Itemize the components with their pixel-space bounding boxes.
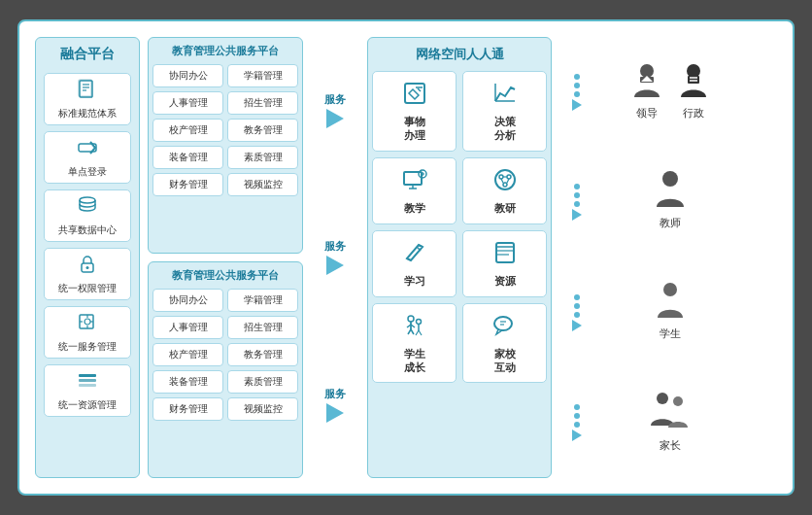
service-arrows: 服务 服务 服务 [311,37,359,478]
network-item-research: 教研 [462,157,547,224]
svg-point-43 [408,316,414,322]
mgmt-item: 校产管理 [152,119,223,142]
service-label-2: 服务 [324,239,346,254]
fusion-item-1: 标准规范体系 [44,73,131,125]
chart-icon [491,80,519,111]
pencil-icon [401,239,428,270]
fusion-title: 融合平台 [60,46,115,63]
svg-rect-60 [688,76,699,84]
user-column: 领导 行政 教师 学生 [602,37,738,478]
network-item-study-label: 学习 [404,274,425,289]
mgmt-box-top: 教育管理公共服务平台 协同办公 学籍管理 人事管理 招生管理 校产管理 教务管理… [148,37,303,254]
network-item-chart-label: 决策分析 [494,115,516,143]
fusion-item-1-label: 标准规范体系 [58,107,117,120]
network-item-resource: 资源 [462,230,547,297]
svg-line-52 [419,330,422,335]
mgmt-bottom-title: 教育管理公共服务平台 [172,268,279,283]
user-parent: 家长 [649,391,692,453]
fusion-item-3-label: 共享数据中心 [58,223,117,236]
svg-point-30 [499,175,503,179]
user-row-2: 教师 [653,170,688,230]
db-icon [77,195,98,222]
fusion-platform: 融合平台 标准规范体系 单点登录 共享数据中心 统一权限管 [35,37,140,478]
mgmt-item: 视频监控 [227,173,298,196]
mgmt-item: 素质管理 [227,146,298,169]
mgmt-item: 教务管理 [227,119,298,142]
dotted-arrow-1 [572,74,582,111]
student-label: 学生 [660,326,681,341]
svg-line-34 [501,179,503,183]
leader-label: 领导 [636,106,658,120]
mgmt-item: 财务管理 [152,173,223,196]
dotted-arrow-3 [572,294,582,331]
fusion-item-2: 单点登录 [44,131,131,184]
fusion-item-4-label: 统一权限管理 [58,282,117,294]
svg-line-37 [419,245,423,247]
service-label-3: 服务 [324,387,346,401]
admin-icon [677,62,710,103]
doc-icon [77,79,98,105]
svg-point-66 [673,396,683,406]
svg-line-47 [408,329,411,334]
student-icon [654,281,687,324]
user-teacher: 教师 [653,170,688,230]
user-student: 学生 [654,281,687,341]
mgmt-item: 招生管理 [227,91,298,115]
arrow-icon-1 [326,109,344,128]
network-item-edit-label: 事物办理 [404,115,425,143]
mgmt-item: 装备管理 [152,370,223,394]
network-item-research-label: 教研 [494,201,516,216]
parent-label: 家长 [660,438,681,453]
network-item-teach-label: 教学 [404,201,425,216]
mgmt-item: 协同办公 [152,289,223,312]
network-item-resource-label: 资源 [494,274,516,289]
mgmt-item: 装备管理 [152,146,223,169]
mgmt-item: 素质管理 [227,370,298,394]
svg-rect-39 [496,243,514,262]
svg-line-51 [416,330,419,335]
network-item-chat-label: 家校互动 [494,347,516,375]
network-grid: 事物办理 决策分析 教学 教研 [372,71,547,383]
user-row-4: 家长 [649,391,692,453]
svg-point-59 [687,64,700,78]
user-row-3: 学生 [654,281,687,341]
mgmt-item: 人事管理 [152,316,223,339]
svg-point-63 [662,171,678,187]
service-icon [77,312,98,338]
arrow-icon [77,137,98,163]
resource-icon [77,370,98,396]
dotted-arrows [559,37,594,478]
network-item-edit: 事物办理 [372,71,457,152]
service-arrow-3: 服务 [324,387,346,423]
fusion-item-5-label: 统一服务管理 [58,340,117,353]
svg-point-8 [86,266,89,269]
admin-label: 行政 [683,106,704,120]
svg-rect-16 [79,379,96,382]
svg-rect-17 [79,384,96,387]
service-arrow-1: 服务 [324,92,346,128]
dotted-arrow-4 [572,404,582,441]
mgmt-top-title: 教育管理公共服务平台 [172,44,279,58]
mgmt-item: 人事管理 [152,91,223,115]
mgmt-column: 教育管理公共服务平台 协同办公 学籍管理 人事管理 招生管理 校产管理 教务管理… [148,37,303,478]
lock-icon [77,254,98,280]
svg-point-49 [416,319,421,324]
mgmt-item: 招生管理 [227,316,298,339]
svg-line-35 [507,179,509,183]
svg-point-32 [503,183,507,187]
fusion-item-6-label: 统一资源管理 [58,398,117,411]
book-icon [491,239,519,270]
teacher-icon [653,170,688,213]
network-item-chat: 家校互动 [462,303,547,384]
network-item-growth-label: 学生成长 [404,347,425,375]
arrow-icon-3 [326,403,344,423]
service-arrow-2: 服务 [324,239,346,275]
mgmt-box-bottom: 教育管理公共服务平台 协同办公 学籍管理 人事管理 招生管理 校产管理 教务管理… [148,261,303,478]
main-diagram: 融合平台 标准规范体系 单点登录 共享数据中心 统一权限管 [17,19,795,496]
leader-icon [630,62,663,103]
teacher-label: 教师 [660,216,681,230]
network-platform: 网络空间人人通 事物办理 决策分析 教学 [367,37,552,478]
fusion-item-6: 统一资源管理 [44,364,131,417]
mgmt-item: 财务管理 [152,397,223,421]
network-item-study: 学习 [372,230,457,297]
